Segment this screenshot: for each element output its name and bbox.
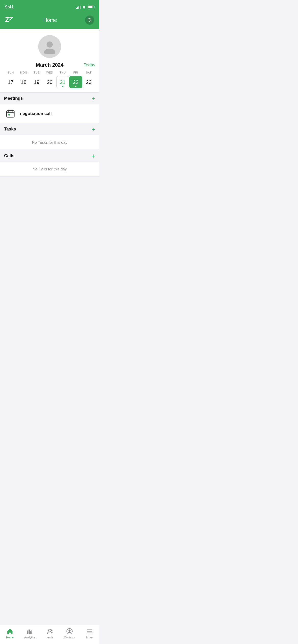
meeting-icon <box>5 108 16 119</box>
search-icon <box>87 18 92 23</box>
calls-empty-state: No Calls for this day <box>0 162 99 177</box>
calendar-day-17[interactable]: 17 <box>4 76 17 88</box>
day-mon: MON <box>17 71 30 74</box>
add-task-button[interactable]: + <box>91 126 95 133</box>
tasks-title: Tasks <box>4 127 16 132</box>
status-bar: 9:41 <box>0 0 99 13</box>
avatar-section <box>0 29 99 62</box>
meeting-item[interactable]: negotiation call <box>0 104 99 123</box>
svg-point-5 <box>47 41 53 48</box>
signal-icon <box>76 5 80 9</box>
calendar-day-18[interactable]: 18 <box>17 76 30 88</box>
calendar-day-20[interactable]: 20 <box>43 76 56 88</box>
logo-icon: Z <box>5 15 15 23</box>
calendar-day-23[interactable]: 23 <box>82 76 95 88</box>
calendar-week: 17 18 19 20 21 22 23 <box>4 76 95 88</box>
svg-text:Z: Z <box>5 16 9 23</box>
wifi-icon <box>82 6 86 9</box>
svg-line-4 <box>91 21 92 22</box>
meetings-section-header: Meetings + <box>0 92 99 104</box>
calendar-days-header: SUN MON TUE WED THU FRI SAT <box>4 71 95 74</box>
tasks-section-header: Tasks + <box>0 123 99 135</box>
calendar-day-22[interactable]: 22 <box>69 76 82 88</box>
svg-rect-11 <box>8 114 10 115</box>
calls-section-header: Calls + <box>0 150 99 162</box>
avatar[interactable] <box>38 35 61 58</box>
day-thu: THU <box>56 71 69 74</box>
calendar-header: March 2024 Today <box>4 62 95 68</box>
search-button[interactable] <box>85 16 94 25</box>
day-sat: SAT <box>82 71 95 74</box>
calendar-month-label: March 2024 <box>34 62 65 68</box>
content-fill <box>0 177 99 253</box>
status-icons <box>76 5 94 9</box>
header: Z Home <box>0 13 99 29</box>
calendar-today-button[interactable]: Today <box>84 63 95 67</box>
day-fri: FRI <box>69 71 82 74</box>
page-title: Home <box>43 17 57 23</box>
tasks-empty-state: No Tasks for this day <box>0 135 99 150</box>
status-time: 9:41 <box>5 5 14 10</box>
day-wed: WED <box>43 71 56 74</box>
meeting-title: negotiation call <box>20 111 52 116</box>
calls-title: Calls <box>4 153 15 158</box>
add-call-button[interactable]: + <box>91 153 95 159</box>
svg-point-3 <box>88 18 91 21</box>
svg-point-6 <box>44 49 55 54</box>
calendar-day-19[interactable]: 19 <box>30 76 43 88</box>
meetings-title: Meetings <box>4 96 23 101</box>
calendar-day-21[interactable]: 21 <box>56 76 69 88</box>
add-meeting-button[interactable]: + <box>91 95 95 102</box>
day-sun: SUN <box>4 71 17 74</box>
calendar: March 2024 Today SUN MON TUE WED THU FRI… <box>0 62 99 92</box>
day-tue: TUE <box>30 71 43 74</box>
battery-icon <box>88 6 94 9</box>
svg-rect-7 <box>7 111 14 117</box>
calendar-meeting-icon <box>6 109 15 118</box>
avatar-silhouette-icon <box>42 39 57 54</box>
app-logo: Z <box>5 15 15 25</box>
svg-line-1 <box>9 17 13 20</box>
